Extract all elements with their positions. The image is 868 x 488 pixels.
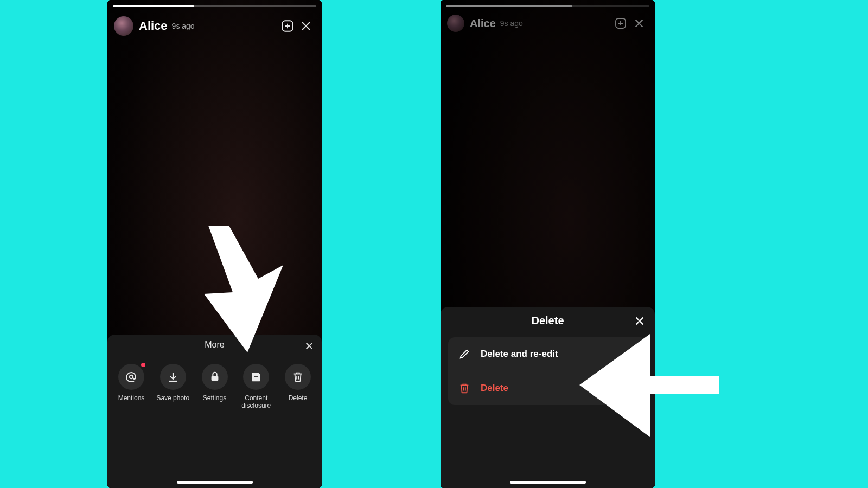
more-sheet-title: More	[107, 340, 322, 350]
home-indicator	[177, 481, 253, 484]
phone-left: Alice 9s ago More Mentions	[107, 0, 322, 488]
more-sheet: More Mentions Save photo	[107, 335, 322, 488]
home-indicator	[510, 481, 586, 484]
more-sheet-close-button[interactable]	[302, 339, 316, 353]
option-label: Delete and re-edit	[481, 349, 558, 359]
more-item-delete[interactable]: Delete	[279, 364, 316, 409]
more-item-label: Mentions	[118, 394, 145, 402]
more-item-settings[interactable]: Settings	[196, 364, 233, 409]
close-icon	[304, 341, 314, 351]
badge-dot	[141, 363, 145, 367]
svg-rect-10	[211, 376, 218, 381]
delete-sheet-close-button[interactable]	[632, 313, 647, 329]
download-icon	[167, 370, 180, 383]
delete-sheet-title: Delete	[441, 314, 655, 327]
timestamp-label: 9s ago	[172, 22, 195, 30]
story-progress-fill	[113, 5, 194, 7]
more-item-label: Settings	[203, 394, 226, 402]
username-label[interactable]: Alice	[139, 19, 168, 33]
option-delete-and-reedit[interactable]: Delete and re-edit	[448, 337, 647, 371]
edit-icon	[458, 348, 470, 360]
option-delete[interactable]: Delete	[448, 371, 647, 405]
phone-right: Alice 9s ago Delete Delete and re-edit	[441, 0, 655, 488]
more-item-mentions[interactable]: Mentions	[113, 364, 150, 409]
trash-icon	[458, 382, 470, 394]
lock-icon	[209, 371, 221, 383]
close-icon	[634, 315, 646, 327]
more-item-label: Save photo	[156, 394, 189, 402]
trash-icon	[292, 371, 304, 383]
svg-rect-11	[254, 376, 258, 377]
add-story-button[interactable]	[278, 17, 297, 35]
more-item-content-disclosure[interactable]: Content disclosure	[238, 364, 275, 409]
content-disclosure-icon	[250, 371, 262, 383]
add-story-icon	[280, 19, 295, 33]
avatar[interactable]	[114, 16, 133, 36]
option-label: Delete	[481, 383, 508, 394]
close-story-button[interactable]	[297, 17, 315, 35]
more-item-label: Content disclosure	[238, 394, 275, 409]
close-icon	[299, 20, 312, 33]
story-progress-bar	[113, 5, 316, 7]
delete-options-card: Delete and re-edit Delete	[448, 337, 647, 405]
story-header: Alice 9s ago	[114, 16, 315, 36]
delete-sheet: Delete Delete and re-edit Delete	[441, 307, 655, 488]
more-item-save-photo[interactable]: Save photo	[155, 364, 192, 409]
at-icon	[125, 370, 138, 383]
more-sheet-items: Mentions Save photo Settings	[113, 364, 316, 409]
more-item-label: Delete	[289, 394, 308, 402]
